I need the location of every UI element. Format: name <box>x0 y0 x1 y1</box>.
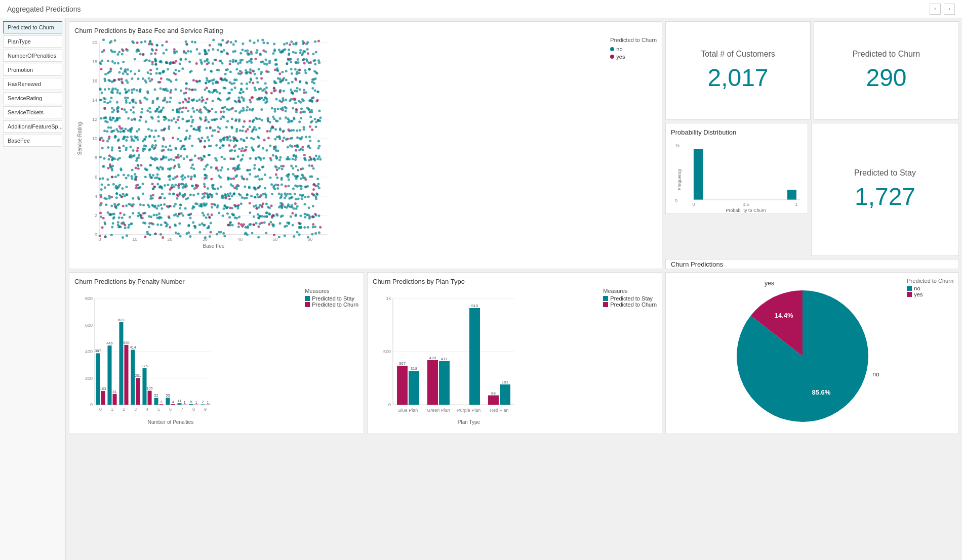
svg-point-1727 <box>252 223 255 226</box>
svg-point-718 <box>212 100 214 102</box>
svg-point-177 <box>262 147 264 150</box>
svg-point-740 <box>108 88 110 91</box>
svg-text:2: 2 <box>95 213 97 218</box>
svg-point-1832 <box>151 146 153 148</box>
svg-point-1798 <box>290 197 292 199</box>
svg-point-1343 <box>130 136 133 138</box>
svg-point-1555 <box>131 178 133 180</box>
svg-point-1521 <box>279 202 282 204</box>
svg-text:4: 4 <box>146 407 148 412</box>
next-button[interactable]: › <box>944 4 955 15</box>
svg-point-1986 <box>233 192 235 195</box>
svg-point-1083 <box>114 176 117 178</box>
svg-point-1221 <box>282 165 285 167</box>
svg-point-709 <box>118 157 121 159</box>
sidebar-item-numberofpenalties[interactable]: NumberOfPenalties <box>3 50 62 62</box>
sidebar-item-promotion[interactable]: Promotion <box>3 64 62 76</box>
svg-point-677 <box>246 193 249 196</box>
svg-point-1898 <box>139 116 142 118</box>
svg-point-1488 <box>111 213 114 216</box>
svg-point-721 <box>254 187 256 190</box>
svg-point-1525 <box>223 49 225 52</box>
sidebar-item-additionalfeature[interactable]: AdditionalFeatureSp... <box>3 120 62 133</box>
sidebar-item-servicerating[interactable]: ServiceRating <box>3 92 62 104</box>
svg-point-1417 <box>176 215 179 218</box>
svg-point-1924 <box>136 149 139 152</box>
svg-point-1549 <box>227 92 230 94</box>
sidebar-item-basefee[interactable]: BaseFee <box>3 135 62 147</box>
svg-point-788 <box>279 117 282 120</box>
svg-point-1774 <box>170 119 173 122</box>
svg-text:0: 0 <box>90 402 93 407</box>
svg-point-1203 <box>285 116 287 119</box>
svg-point-1975 <box>215 159 218 162</box>
svg-point-1043 <box>144 40 146 42</box>
svg-point-1414 <box>234 87 236 89</box>
svg-point-698 <box>127 81 129 84</box>
svg-point-1245 <box>178 212 181 215</box>
svg-point-199 <box>101 92 103 94</box>
svg-point-262 <box>237 207 239 209</box>
svg-point-168 <box>233 82 235 84</box>
svg-point-1841 <box>149 69 152 71</box>
svg-point-1424 <box>291 145 294 148</box>
svg-point-2028 <box>202 197 204 199</box>
svg-point-1142 <box>151 78 153 81</box>
svg-point-1384 <box>311 193 313 195</box>
svg-point-1628 <box>306 213 308 216</box>
sidebar-item-predicted-to-churn[interactable]: Predicted to Churn <box>3 21 62 33</box>
svg-point-1737 <box>183 157 185 160</box>
sidebar-item-plantype[interactable]: PlanType <box>3 35 62 48</box>
svg-point-1351 <box>142 183 144 185</box>
svg-point-2046 <box>187 224 190 227</box>
svg-point-661 <box>110 97 113 99</box>
svg-point-433 <box>276 177 278 179</box>
svg-point-529 <box>159 166 162 168</box>
svg-point-953 <box>139 100 141 102</box>
svg-point-858 <box>185 107 187 109</box>
prev-button[interactable]: ‹ <box>930 4 941 15</box>
svg-point-482 <box>287 82 290 84</box>
svg-point-1476 <box>257 196 260 198</box>
svg-point-1439 <box>173 159 175 161</box>
svg-point-1271 <box>250 77 252 80</box>
svg-point-1554 <box>115 128 118 131</box>
svg-point-1651 <box>160 61 163 64</box>
sidebar-item-hasrenewed[interactable]: HasRenewed <box>3 78 62 90</box>
svg-point-1829 <box>101 60 103 62</box>
svg-point-1419 <box>131 89 133 91</box>
svg-point-1335 <box>153 89 156 91</box>
svg-point-205 <box>289 193 292 195</box>
svg-point-1627 <box>255 158 257 160</box>
svg-point-1449 <box>243 149 246 152</box>
svg-point-512 <box>263 63 266 65</box>
svg-point-1193 <box>140 164 143 166</box>
svg-point-1342 <box>179 107 182 109</box>
svg-point-1961 <box>237 222 240 225</box>
pie-chart-panel: Predicted to Churn no yes 85.6%14.4%noye… <box>665 272 959 434</box>
svg-point-783 <box>115 192 118 195</box>
svg-point-1830 <box>302 40 304 42</box>
svg-point-1471 <box>113 62 116 64</box>
svg-point-1081 <box>190 178 192 181</box>
svg-point-1117 <box>221 166 223 169</box>
svg-point-1537 <box>302 99 305 102</box>
svg-point-1982 <box>137 184 139 186</box>
sidebar-item-servicetickets[interactable]: ServiceTickets <box>3 106 62 118</box>
svg-point-440 <box>207 187 209 190</box>
svg-point-1896 <box>278 138 281 140</box>
svg-point-2020 <box>296 87 299 90</box>
svg-point-1579 <box>117 110 119 113</box>
svg-point-804 <box>317 40 320 42</box>
svg-point-176 <box>276 187 279 190</box>
svg-point-1156 <box>132 212 134 214</box>
svg-point-1947 <box>110 91 113 93</box>
svg-point-1217 <box>178 165 181 168</box>
svg-point-1378 <box>272 154 274 157</box>
svg-point-153 <box>118 51 121 53</box>
svg-point-336 <box>112 222 114 225</box>
svg-point-65 <box>275 98 278 100</box>
svg-point-1141 <box>169 178 171 181</box>
svg-point-1250 <box>169 226 171 229</box>
svg-point-1121 <box>248 60 251 62</box>
